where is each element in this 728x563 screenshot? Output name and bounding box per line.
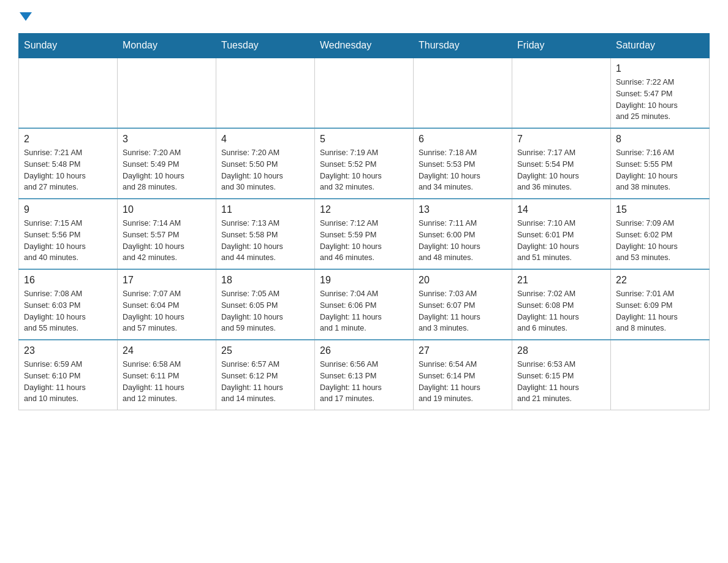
- day-info: Sunrise: 6:59 AM Sunset: 6:10 PM Dayligh…: [24, 359, 112, 405]
- calendar-cell: [315, 58, 414, 128]
- calendar-cell: 5Sunrise: 7:19 AM Sunset: 5:52 PM Daylig…: [315, 128, 414, 199]
- calendar-cell: 12Sunrise: 7:12 AM Sunset: 5:59 PM Dayli…: [315, 199, 414, 269]
- calendar-cell: 21Sunrise: 7:02 AM Sunset: 6:08 PM Dayli…: [512, 269, 611, 340]
- calendar-cell: 7Sunrise: 7:17 AM Sunset: 5:54 PM Daylig…: [512, 128, 611, 199]
- day-number: 12: [320, 204, 408, 215]
- calendar-table: SundayMondayTuesdayWednesdayThursdayFrid…: [18, 33, 710, 410]
- day-info: Sunrise: 7:05 AM Sunset: 6:05 PM Dayligh…: [221, 288, 309, 334]
- day-info: Sunrise: 7:18 AM Sunset: 5:53 PM Dayligh…: [419, 147, 507, 193]
- day-info: Sunrise: 7:14 AM Sunset: 5:57 PM Dayligh…: [123, 218, 211, 264]
- day-number: 16: [24, 275, 112, 286]
- day-info: Sunrise: 7:17 AM Sunset: 5:54 PM Dayligh…: [517, 147, 605, 193]
- day-number: 5: [320, 134, 408, 145]
- calendar-cell: 10Sunrise: 7:14 AM Sunset: 5:57 PM Dayli…: [118, 199, 216, 269]
- day-info: Sunrise: 6:53 AM Sunset: 6:15 PM Dayligh…: [517, 359, 605, 405]
- day-info: Sunrise: 7:20 AM Sunset: 5:50 PM Dayligh…: [221, 147, 309, 193]
- day-info: Sunrise: 7:15 AM Sunset: 5:56 PM Dayligh…: [24, 218, 112, 264]
- day-info: Sunrise: 7:22 AM Sunset: 5:47 PM Dayligh…: [616, 77, 704, 123]
- calendar-cell: 28Sunrise: 6:53 AM Sunset: 6:15 PM Dayli…: [512, 340, 611, 410]
- day-info: Sunrise: 6:54 AM Sunset: 6:14 PM Dayligh…: [419, 359, 507, 405]
- day-info: Sunrise: 7:02 AM Sunset: 6:08 PM Dayligh…: [517, 288, 605, 334]
- calendar-cell: 11Sunrise: 7:13 AM Sunset: 5:58 PM Dayli…: [216, 199, 315, 269]
- weekday-header-row: SundayMondayTuesdayWednesdayThursdayFrid…: [19, 34, 710, 58]
- day-number: 26: [320, 345, 408, 356]
- day-number: 22: [616, 275, 704, 286]
- day-info: Sunrise: 7:07 AM Sunset: 6:04 PM Dayligh…: [123, 288, 211, 334]
- day-number: 25: [221, 345, 309, 356]
- calendar-cell: 26Sunrise: 6:56 AM Sunset: 6:13 PM Dayli…: [315, 340, 414, 410]
- day-number: 21: [517, 275, 605, 286]
- day-number: 6: [419, 134, 507, 145]
- calendar-cell: 6Sunrise: 7:18 AM Sunset: 5:53 PM Daylig…: [414, 128, 512, 199]
- weekday-header-sunday: Sunday: [19, 34, 118, 58]
- day-number: 10: [123, 204, 211, 215]
- day-info: Sunrise: 7:11 AM Sunset: 6:00 PM Dayligh…: [419, 218, 507, 264]
- calendar-cell: 25Sunrise: 6:57 AM Sunset: 6:12 PM Dayli…: [216, 340, 315, 410]
- day-info: Sunrise: 6:58 AM Sunset: 6:11 PM Dayligh…: [123, 359, 211, 405]
- week-row-4: 16Sunrise: 7:08 AM Sunset: 6:03 PM Dayli…: [19, 269, 710, 340]
- calendar-cell: 23Sunrise: 6:59 AM Sunset: 6:10 PM Dayli…: [19, 340, 118, 410]
- calendar-cell: [512, 58, 611, 128]
- day-number: 2: [24, 134, 112, 145]
- day-number: 8: [616, 134, 704, 145]
- day-number: 28: [517, 345, 605, 356]
- day-number: 13: [419, 204, 507, 215]
- week-row-3: 9Sunrise: 7:15 AM Sunset: 5:56 PM Daylig…: [19, 199, 710, 269]
- day-number: 11: [221, 204, 309, 215]
- calendar-cell: 20Sunrise: 7:03 AM Sunset: 6:07 PM Dayli…: [414, 269, 512, 340]
- day-info: Sunrise: 7:21 AM Sunset: 5:48 PM Dayligh…: [24, 147, 112, 193]
- logo-triangle-icon: [20, 12, 32, 21]
- day-number: 23: [24, 345, 112, 356]
- day-number: 3: [123, 134, 211, 145]
- day-number: 15: [616, 204, 704, 215]
- calendar-cell: [216, 58, 315, 128]
- calendar-cell: [611, 340, 710, 410]
- weekday-header-tuesday: Tuesday: [216, 34, 315, 58]
- day-number: 24: [123, 345, 211, 356]
- day-number: 4: [221, 134, 309, 145]
- weekday-header-friday: Friday: [512, 34, 611, 58]
- day-info: Sunrise: 7:13 AM Sunset: 5:58 PM Dayligh…: [221, 218, 309, 264]
- calendar-cell: 4Sunrise: 7:20 AM Sunset: 5:50 PM Daylig…: [216, 128, 315, 199]
- calendar-cell: 27Sunrise: 6:54 AM Sunset: 6:14 PM Dayli…: [414, 340, 512, 410]
- calendar-cell: 2Sunrise: 7:21 AM Sunset: 5:48 PM Daylig…: [19, 128, 118, 199]
- calendar-cell: 19Sunrise: 7:04 AM Sunset: 6:06 PM Dayli…: [315, 269, 414, 340]
- day-info: Sunrise: 7:09 AM Sunset: 6:02 PM Dayligh…: [616, 218, 704, 264]
- day-info: Sunrise: 7:04 AM Sunset: 6:06 PM Dayligh…: [320, 288, 408, 334]
- weekday-header-thursday: Thursday: [414, 34, 512, 58]
- calendar-cell: 3Sunrise: 7:20 AM Sunset: 5:49 PM Daylig…: [118, 128, 216, 199]
- day-info: Sunrise: 7:10 AM Sunset: 6:01 PM Dayligh…: [517, 218, 605, 264]
- calendar-cell: 17Sunrise: 7:07 AM Sunset: 6:04 PM Dayli…: [118, 269, 216, 340]
- day-info: Sunrise: 7:03 AM Sunset: 6:07 PM Dayligh…: [419, 288, 507, 334]
- calendar-cell: [118, 58, 216, 128]
- week-row-5: 23Sunrise: 6:59 AM Sunset: 6:10 PM Dayli…: [19, 340, 710, 410]
- day-number: 18: [221, 275, 309, 286]
- weekday-header-saturday: Saturday: [611, 34, 710, 58]
- day-number: 14: [517, 204, 605, 215]
- calendar-cell: 1Sunrise: 7:22 AM Sunset: 5:47 PM Daylig…: [611, 58, 710, 128]
- calendar-cell: [19, 58, 118, 128]
- day-info: Sunrise: 6:56 AM Sunset: 6:13 PM Dayligh…: [320, 359, 408, 405]
- day-info: Sunrise: 7:12 AM Sunset: 5:59 PM Dayligh…: [320, 218, 408, 264]
- weekday-header-monday: Monday: [118, 34, 216, 58]
- day-number: 19: [320, 275, 408, 286]
- day-number: 27: [419, 345, 507, 356]
- calendar-cell: 18Sunrise: 7:05 AM Sunset: 6:05 PM Dayli…: [216, 269, 315, 340]
- calendar-cell: 8Sunrise: 7:16 AM Sunset: 5:55 PM Daylig…: [611, 128, 710, 199]
- day-number: 1: [616, 63, 704, 74]
- day-number: 9: [24, 204, 112, 215]
- calendar-cell: 15Sunrise: 7:09 AM Sunset: 6:02 PM Dayli…: [611, 199, 710, 269]
- calendar-cell: 22Sunrise: 7:01 AM Sunset: 6:09 PM Dayli…: [611, 269, 710, 340]
- calendar-cell: 16Sunrise: 7:08 AM Sunset: 6:03 PM Dayli…: [19, 269, 118, 340]
- calendar-cell: [414, 58, 512, 128]
- day-info: Sunrise: 7:16 AM Sunset: 5:55 PM Dayligh…: [616, 147, 704, 193]
- weekday-header-wednesday: Wednesday: [315, 34, 414, 58]
- calendar-cell: 14Sunrise: 7:10 AM Sunset: 6:01 PM Dayli…: [512, 199, 611, 269]
- day-number: 17: [123, 275, 211, 286]
- logo: [18, 12, 32, 21]
- day-number: 7: [517, 134, 605, 145]
- day-info: Sunrise: 7:01 AM Sunset: 6:09 PM Dayligh…: [616, 288, 704, 334]
- page-header: [18, 12, 710, 21]
- day-number: 20: [419, 275, 507, 286]
- day-info: Sunrise: 6:57 AM Sunset: 6:12 PM Dayligh…: [221, 359, 309, 405]
